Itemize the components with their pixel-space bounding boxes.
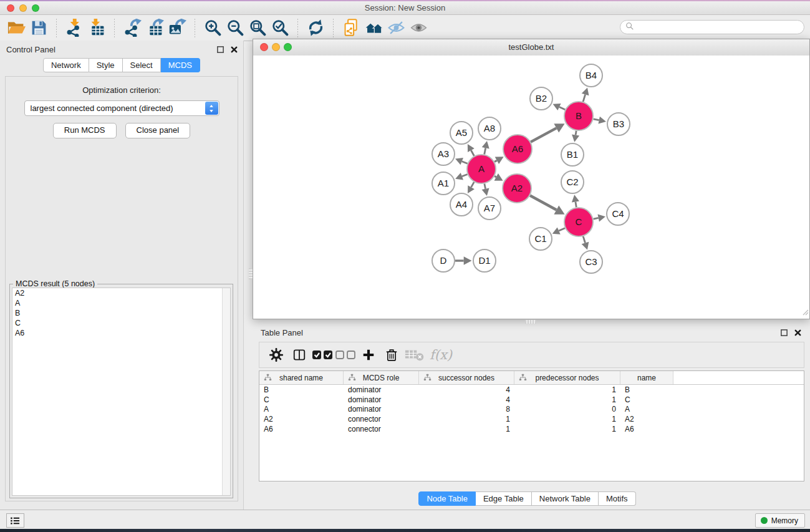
graph-node-C4[interactable]: C4: [607, 203, 629, 225]
network-canvas[interactable]: B4B2BB3A5A8A6B1A3AC2A1A2A4A7C4CC1C3DD1: [253, 56, 809, 319]
resize-grip-icon[interactable]: [801, 307, 809, 318]
graph-edge-A-A2[interactable]: [494, 173, 503, 181]
result-item[interactable]: A2: [12, 288, 230, 298]
gear-icon[interactable]: [264, 346, 287, 364]
graph-edge-B-B1[interactable]: [572, 131, 579, 142]
graph-edge-A2-C[interactable]: [530, 195, 565, 214]
zoom-out-icon[interactable]: [224, 18, 246, 38]
graph-edge-A-A1[interactable]: [455, 173, 467, 180]
tab-network[interactable]: Network: [43, 58, 89, 72]
column-header-shared-name[interactable]: shared name: [259, 371, 344, 384]
float-table-panel-icon[interactable]: [780, 328, 788, 339]
graph-node-C2[interactable]: C2: [561, 171, 584, 193]
search-input[interactable]: [637, 22, 799, 32]
zoom-in-icon[interactable]: [201, 18, 224, 38]
result-item[interactable]: A6: [12, 328, 230, 338]
graph-edge-A6-B[interactable]: [531, 123, 564, 142]
memory-button[interactable]: Memory: [755, 513, 805, 528]
show-all-icon[interactable]: [407, 18, 430, 38]
tab-edge-table[interactable]: Edge Table: [476, 491, 532, 506]
graph-edge-B-B3[interactable]: [594, 117, 606, 124]
vertical-splitter-handle[interactable]: [249, 268, 253, 279]
float-panel-icon[interactable]: [216, 45, 224, 56]
graph-edge-A-A7[interactable]: [482, 184, 489, 196]
result-item[interactable]: A: [12, 298, 230, 308]
graph-edge-A-A6[interactable]: [494, 157, 504, 164]
deselect-all-icon[interactable]: [334, 346, 357, 364]
graph-edge-C-C4[interactable]: [594, 214, 605, 221]
graph-node-A8[interactable]: A8: [478, 117, 501, 140]
duplicate-network-icon[interactable]: [340, 18, 362, 38]
graph-edge-D-D1[interactable]: [455, 256, 472, 265]
hide-selected-icon[interactable]: [385, 18, 407, 38]
tab-motifs[interactable]: Motifs: [599, 491, 636, 506]
table-row[interactable]: A2connector11A2: [259, 414, 804, 424]
result-item[interactable]: B: [12, 308, 230, 318]
close-panel-icon[interactable]: [230, 45, 238, 56]
import-network-icon[interactable]: [63, 18, 85, 38]
graph-edge-A-A8[interactable]: [482, 141, 489, 154]
graph-edge-B-B4[interactable]: [582, 88, 589, 102]
graph-node-A2[interactable]: A2: [503, 174, 531, 203]
graph-node-C[interactable]: C: [564, 208, 593, 236]
table-row[interactable]: Adominator80A: [259, 405, 804, 415]
graph-edge-C-C2[interactable]: [572, 195, 579, 207]
refresh-icon[interactable]: [304, 18, 327, 38]
zoom-fit-icon[interactable]: [246, 18, 269, 38]
graph-edge-A-A4[interactable]: [468, 182, 475, 193]
close-table-panel-icon[interactable]: [794, 328, 802, 339]
graph-node-A6[interactable]: A6: [503, 135, 532, 163]
tab-node-table[interactable]: Node Table: [418, 491, 476, 506]
graph-node-A5[interactable]: A5: [450, 122, 473, 144]
result-list-scrollbar[interactable]: [222, 288, 230, 495]
delete-row-icon[interactable]: [380, 346, 403, 364]
export-network-icon[interactable]: [121, 18, 143, 38]
graph-edge-A-A5[interactable]: [468, 144, 475, 156]
tab-style[interactable]: Style: [89, 58, 123, 72]
open-file-icon[interactable]: [5, 18, 27, 38]
columns-icon[interactable]: [287, 346, 311, 364]
zoom-selected-icon[interactable]: [269, 18, 291, 38]
dropdown-stepper-icon[interactable]: [205, 102, 218, 115]
graph-node-A1[interactable]: A1: [432, 172, 455, 195]
graph-edge-C-C1[interactable]: [552, 227, 565, 234]
first-neighbors-icon[interactable]: [362, 18, 385, 38]
import-table-icon[interactable]: [85, 18, 108, 38]
graph-edge-B-B2[interactable]: [553, 104, 566, 110]
add-row-icon[interactable]: [357, 346, 380, 364]
tab-select[interactable]: Select: [123, 58, 161, 72]
graph-node-B3[interactable]: B3: [607, 113, 630, 135]
graph-edge-A-A3[interactable]: [455, 158, 468, 165]
horizontal-splitter-handle[interactable]: [525, 320, 536, 324]
tab-network-table[interactable]: Network Table: [532, 491, 599, 506]
tab-mcds[interactable]: MCDS: [161, 58, 200, 72]
export-image-icon[interactable]: [166, 18, 188, 38]
save-session-icon[interactable]: [27, 18, 50, 38]
export-table-icon[interactable]: [143, 18, 166, 38]
graph-node-B[interactable]: B: [564, 102, 593, 130]
search-box[interactable]: [620, 20, 804, 34]
table-row[interactable]: Cdominator41C: [259, 395, 804, 405]
column-header-successor-nodes[interactable]: successor nodes: [419, 371, 514, 384]
column-header-name[interactable]: name: [620, 371, 673, 384]
graph-node-A4[interactable]: A4: [450, 193, 473, 216]
close-panel-button[interactable]: Close panel: [125, 123, 191, 138]
graph-node-A[interactable]: A: [467, 155, 496, 183]
task-history-button[interactable]: [6, 513, 24, 528]
graph-node-A7[interactable]: A7: [478, 197, 501, 220]
graph-node-B1[interactable]: B1: [561, 143, 584, 166]
graph-node-B4[interactable]: B4: [580, 64, 602, 87]
column-header-predecessor-nodes[interactable]: predecessor nodes: [514, 371, 620, 384]
column-header-MCDS-role[interactable]: MCDS role: [344, 371, 419, 384]
graph-node-C1[interactable]: C1: [529, 228, 552, 250]
table-row[interactable]: A6connector11A6: [259, 424, 804, 434]
optimization-criterion-dropdown[interactable]: largest connected component (directed): [24, 100, 219, 116]
graph-node-D1[interactable]: D1: [473, 249, 496, 272]
graph-node-C3[interactable]: C3: [580, 251, 602, 273]
table-row[interactable]: Bdominator41B: [259, 385, 804, 395]
run-mcds-button[interactable]: Run MCDS: [53, 123, 117, 138]
graph-edge-C-C3[interactable]: [582, 236, 589, 250]
graph-node-A3[interactable]: A3: [432, 143, 455, 165]
select-all-icon[interactable]: [311, 346, 334, 364]
graph-node-D[interactable]: D: [432, 249, 455, 272]
